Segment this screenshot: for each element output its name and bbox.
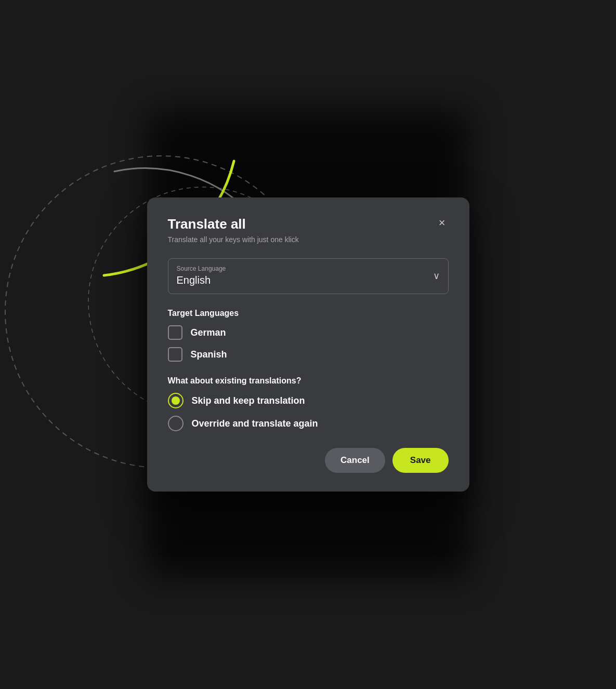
modal-header: Translate all Translate all your keys wi…: [168, 216, 449, 244]
checkbox-german[interactable]: German: [168, 325, 449, 340]
close-button[interactable]: ×: [436, 216, 449, 230]
modal-footer: Cancel Save: [168, 448, 449, 473]
checkbox-spanish-label: Spanish: [191, 349, 227, 360]
radio-skip[interactable]: Skip and keep translation: [168, 393, 449, 408]
radio-override-label: Override and translate again: [192, 418, 318, 429]
save-button[interactable]: Save: [392, 448, 449, 473]
radio-override-button[interactable]: [168, 416, 184, 431]
radio-skip-label: Skip and keep translation: [192, 395, 305, 406]
modal-title-group: Translate all Translate all your keys wi…: [168, 216, 299, 244]
target-languages-section: Target Languages German Spanish: [168, 309, 449, 362]
cancel-button[interactable]: Cancel: [325, 448, 385, 473]
radio-skip-inner: [172, 396, 180, 405]
chevron-down-icon: ∨: [433, 270, 440, 282]
dropdown-inner: Source Language English: [177, 265, 226, 286]
source-language-dropdown[interactable]: Source Language English ∨: [168, 258, 449, 294]
checkbox-german-box[interactable]: [168, 325, 182, 340]
radio-override[interactable]: Override and translate again: [168, 416, 449, 431]
existing-translations-title: What about existing translations?: [168, 376, 449, 386]
source-language-label: Source Language: [177, 265, 226, 272]
checkbox-spanish[interactable]: Spanish: [168, 347, 449, 362]
modal-subtitle: Translate all your keys with just one kl…: [168, 235, 299, 244]
source-language-section: Source Language English ∨: [168, 258, 449, 294]
target-languages-title: Target Languages: [168, 309, 449, 318]
radio-skip-button[interactable]: [168, 393, 184, 408]
checkbox-spanish-box[interactable]: [168, 347, 182, 362]
source-language-value: English: [177, 274, 211, 286]
existing-translations-section: What about existing translations? Skip a…: [168, 376, 449, 431]
checkbox-german-label: German: [191, 327, 226, 338]
translate-all-modal: Translate all Translate all your keys wi…: [147, 197, 469, 492]
modal-title: Translate all: [168, 216, 299, 232]
